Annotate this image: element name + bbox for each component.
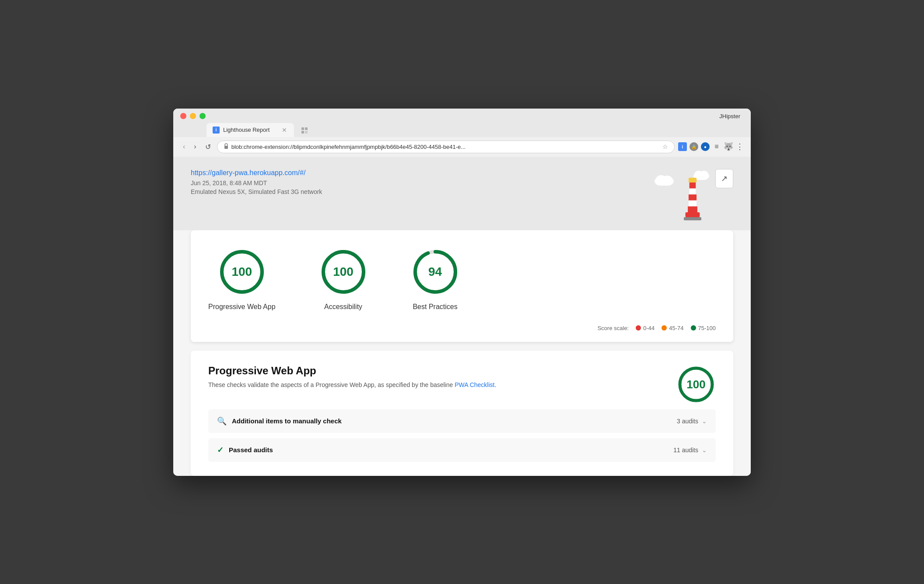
report-header: https://gallery-pwa.herokuapp.com/#/ Jun… [173,157,751,230]
manual-checks-chevron: ⌄ [702,418,707,425]
tab-label: Lighthouse Report [223,127,277,133]
scale-dot-mid [662,325,667,331]
bookmark-icon[interactable]: ☆ [662,143,668,150]
pwa-detail-text: Progressive Web App These checks validat… [208,365,496,390]
passed-audits-title: Passed audits [229,446,273,454]
scale-range-low: 0-44 [643,325,654,331]
passed-audits-audit[interactable]: ✓ Passed audits 11 audits ⌄ [208,438,716,462]
pwa-detail-header: Progressive Web App These checks validat… [208,365,716,404]
report-header-right: ↗ [653,169,733,222]
lighthouse-tower-icon [679,178,706,222]
svg-rect-17 [686,212,700,217]
audit-left-passed: ✓ Passed audits [217,445,273,455]
scale-range-high: 75-100 [698,325,716,331]
svg-rect-1 [305,127,308,130]
scale-item-mid: 45-74 [662,325,683,331]
wolf-icon[interactable]: 🐺 [724,142,733,151]
tab-bar: i Lighthouse Report ✕ [180,123,744,137]
window-controls: JHipster [180,113,744,120]
svg-rect-12 [690,182,696,188]
pwa-score-value: 100 [231,265,252,279]
scores-section: 100 Progressive Web App 100 Accessibilit… [191,230,733,342]
pwa-desc-suffix: . [494,381,496,388]
refresh-button[interactable]: ↺ [203,141,214,153]
svg-rect-16 [688,206,697,212]
address-bar[interactable]: blob:chrome-extension://blipmdconlkpinef… [217,141,675,153]
pwa-detail-title: Progressive Web App [208,365,496,377]
extension-icons: i 🔒 ● ≡ 🐺 ⋮ [678,142,744,151]
scale-dot-high [691,325,696,331]
close-button[interactable] [180,113,186,119]
svg-rect-0 [301,127,304,130]
passed-audits-chevron: ⌄ [702,447,707,454]
svg-rect-3 [305,131,308,134]
audit-right-passed: 11 audits ⌄ [673,447,707,454]
audit-right-manual: 3 audits ⌄ [677,418,707,425]
layers-icon[interactable]: ≡ [712,142,721,151]
best-practices-score-circle: 94 [411,248,459,296]
passed-audits-count: 11 audits [673,447,698,454]
accessibility-score-label: Accessibility [324,303,362,311]
pwa-score-circle: 100 [218,248,266,296]
active-tab[interactable]: i Lighthouse Report ✕ [206,123,294,137]
minimize-button[interactable] [190,113,196,119]
new-tab-icon[interactable] [301,127,308,134]
scale-item-low: 0-44 [636,325,654,331]
pwa-checklist-link[interactable]: PWA Checklist [455,381,494,388]
title-bar: JHipster i Lighthouse Report ✕ [173,109,751,137]
report-header-left: https://gallery-pwa.herokuapp.com/#/ Jun… [191,169,322,195]
pwa-score-label: Progressive Web App [208,303,276,311]
cloud-left-icon [653,172,675,186]
tab-favicon: i [213,127,220,134]
more-menu-icon[interactable]: ⋮ [736,142,744,151]
svg-rect-13 [690,188,696,194]
svg-rect-15 [689,200,696,206]
report-url-link[interactable]: https://gallery-pwa.herokuapp.com/#/ [191,169,322,177]
score-scale: Score scale: 0-44 45-74 75-100 [208,325,716,331]
pwa-detail-score-circle: 100 [676,365,716,404]
pwa-desc-prefix: These checks validate the aspects of a P… [208,381,455,388]
lighthouse-ext-icon[interactable]: i [678,142,687,151]
scale-dot-low [636,325,641,331]
browser-window: JHipster i Lighthouse Report ✕ [173,109,751,476]
privacy-ext-icon[interactable]: 🔒 [690,142,698,151]
audit-left-manual: 🔍 Additional items to manually check [217,416,342,426]
lock-icon [224,143,229,151]
best-practices-score-label: Best Practices [413,303,457,311]
accessibility-score-value: 100 [333,265,354,279]
svg-point-10 [700,171,708,178]
svg-rect-11 [689,178,696,183]
circle-ext-icon[interactable]: ● [701,142,710,151]
tab-close-icon[interactable]: ✕ [281,127,288,134]
share-button[interactable]: ↗ [715,169,733,188]
scale-item-high: 75-100 [691,325,716,331]
score-card-best-practices: 94 Best Practices [411,248,459,311]
pwa-detail-section: Progressive Web App These checks validat… [191,351,733,476]
pwa-detail-description: These checks validate the aspects of a P… [208,380,496,390]
scale-range-mid: 45-74 [669,325,683,331]
navigation-bar: ‹ › ↺ blob:chrome-extension://blipmdconl… [173,137,751,157]
search-audit-icon: 🔍 [217,416,227,426]
maximize-button[interactable] [200,113,206,119]
manual-checks-title: Additional items to manually check [232,417,342,425]
checkmark-audit-icon: ✓ [217,445,224,455]
svg-rect-2 [301,131,304,134]
address-text: blob:chrome-extension://blipmdconlkpinef… [231,144,660,150]
scores-row: 100 Progressive Web App 100 Accessibilit… [208,248,716,311]
svg-rect-4 [224,146,228,149]
svg-rect-18 [684,217,701,220]
score-scale-label: Score scale: [598,325,629,331]
forward-button[interactable]: › [191,141,199,152]
accessibility-score-circle: 100 [319,248,368,296]
best-practices-score-value: 94 [428,265,442,279]
svg-rect-14 [689,194,696,201]
pwa-detail-score-value: 100 [686,377,705,391]
manual-checks-audit[interactable]: 🔍 Additional items to manually check 3 a… [208,409,716,433]
manual-checks-count: 3 audits [677,418,698,425]
score-card-accessibility: 100 Accessibility [319,248,368,311]
svg-point-7 [662,176,672,183]
lighthouse-illustration [653,169,710,222]
back-button[interactable]: ‹ [180,141,188,152]
score-card-pwa: 100 Progressive Web App [208,248,276,311]
user-label: JHipster [719,113,740,120]
